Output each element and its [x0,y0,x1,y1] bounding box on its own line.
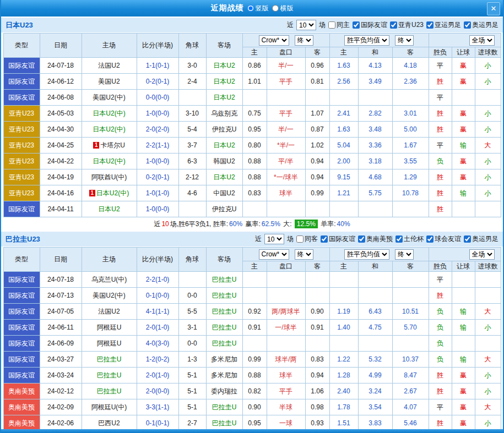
same-venue-checkbox-input[interactable] [296,235,304,243]
avg-win-cell [329,288,358,304]
league-type-cell: 亚青U23 [3,154,40,169]
games-label: 场 [319,20,326,30]
close-icon[interactable]: ✕ [487,2,500,15]
league-checkbox[interactable]: 球会友谊 [426,234,461,244]
match-row: 亚青U2324-04-19阿联酋U(中)0-2(0-1)2-12日本U20.88… [3,169,501,185]
match-count-select[interactable]: 10 [264,234,284,244]
handicap-cell [267,336,305,352]
score-cell: 2-2(1-0) [137,272,178,288]
handicap-odds-group: Crow*终 [242,34,329,47]
score-cell: 0-2(0-1) [137,74,178,90]
score-cell: 2-0(1-0) [137,320,178,336]
goals-result-cell: 小 [475,74,501,90]
scope-select[interactable]: 全场 [469,249,495,260]
away-odds-cell [305,288,329,304]
score-cell: 2-2(1-1) [137,138,178,154]
odds-source-select[interactable]: Crow* [259,249,289,260]
league-checkbox[interactable]: 土伦杯 [395,234,424,244]
goals-result-cell [475,336,501,352]
home-team-cell: 美国U2 [82,74,137,90]
away-odds-cell: 0.91 [305,320,329,336]
away-team-cell: 多米尼加 [206,352,242,368]
same-venue-checkbox-input[interactable] [328,21,335,29]
odds-final-select[interactable]: 终 [295,249,313,260]
match-row: 亚青U2324-04-22日本U2(中)1-0(0-0)6-3韩国U20.88平… [3,154,501,169]
section-header: 日本U23近10场同主国际友谊亚青U23亚运男足奥运男足 [1,18,503,32]
goals-result-cell: 小 [475,58,501,74]
avg-lose-cell: 1.67 [392,138,429,154]
league-checkbox-input[interactable] [390,21,397,29]
league-checkbox-input[interactable] [321,235,328,243]
handicap-result-cell: 赢 [452,154,475,169]
handicap-result-cell [452,336,475,352]
league-checkbox-input[interactable] [464,235,471,243]
corner-cell: 3-7 [178,138,206,154]
avg-win-cell: 1.19 [329,304,358,320]
league-type-cell: 国际友谊 [3,90,40,106]
same-venue-checkbox[interactable]: 同主 [328,20,350,30]
avg-final-select[interactable]: 终 [395,249,414,260]
avg-final-select[interactable]: 终 [395,35,414,46]
away-team-cell: 多米尼加 [206,368,242,383]
away-team-cell: 巴拉圭U [206,336,242,352]
avg-win-cell: 5.04 [329,138,358,154]
handicap-cell: 两/两球半 [267,304,305,320]
sub-col-header: 客 [392,261,429,272]
wdl-result-cell: 平 [429,138,452,154]
league-checkbox[interactable]: 国际友谊 [353,20,387,30]
league-checkbox[interactable]: 奥南美预 [358,234,393,244]
scope-select[interactable]: 全场 [469,35,495,46]
wdl-result-cell: 胜 [429,288,452,304]
league-checkbox-input[interactable] [353,21,360,29]
radio-horizontal-input[interactable] [272,5,279,12]
league-checkbox-input[interactable] [426,235,433,243]
match-row: 国际友谊24-03-27巴拉圭U1-2(0-2)1-3多米尼加0.99球半/两0… [3,352,501,368]
avg-odds-select[interactable]: 胜平负均值 [344,35,389,46]
filter-controls: 近10场同客国际友谊奥南美预土伦杯球会友谊奥运男足 [255,234,498,244]
score-cell: 2-0(0-0) [137,383,178,399]
league-checkbox-input[interactable] [395,235,403,243]
goals-result-cell: 小 [475,106,501,122]
league-checkbox-input[interactable] [358,235,365,243]
odds-final-select[interactable]: 终 [295,35,313,46]
avg-lose-cell [392,288,429,304]
odds-source-select[interactable]: Crow* [259,35,289,46]
layout-radio-horizontal[interactable]: 横版 [272,4,294,13]
same-venue-checkbox[interactable]: 同客 [296,234,318,244]
sub-col-header: 主 [329,261,358,272]
radio-vertical-input[interactable] [247,5,254,12]
handicap-result-cell: 赢 [452,74,475,90]
sub-col-header: 和 [358,261,392,272]
layout-radio-vertical[interactable]: 竖版 [247,4,269,13]
score-cell: 0-0(0-0) [137,90,178,106]
date-cell: 24-04-19 [40,169,82,185]
col-header-date: 日期 [40,248,82,272]
league-checkbox-input[interactable] [464,21,471,29]
score-cell: 2-0(1-0) [137,368,178,383]
team-section: 日本U23近10场同主国际友谊亚青U23亚运男足奥运男足类型日期主场比分(半场)… [1,18,503,231]
handicap-cell [267,272,305,288]
wdl-result-cell: 平 [429,90,452,106]
date-cell: 24-04-11 [40,201,82,217]
wdl-result-cell: 平 [429,272,452,288]
corner-cell: 0-0 [178,336,206,352]
avg-odds-select[interactable]: 胜平负均值 [344,249,389,260]
wdl-result-cell: 胜 [429,383,452,399]
avg-lose-cell: 4.18 [392,58,429,74]
home-odds-cell: 0.92 [242,304,267,320]
corner-cell: 5-1 [178,368,206,383]
goals-result-cell: 小 [475,122,501,138]
away-team-cell: 日本U2 [206,169,242,185]
league-checkbox[interactable]: 奥运男足 [464,234,498,244]
team-section: 巴拉圭U23近10场同客国际友谊奥南美预土伦杯球会友谊奥运男足类型日期主场比分(… [1,232,503,433]
league-checkbox[interactable]: 亚运男足 [426,20,461,30]
league-checkbox[interactable]: 奥运男足 [464,20,498,30]
league-checkbox[interactable]: 国际友谊 [321,234,355,244]
league-checkbox-input[interactable] [426,21,433,29]
home-odds-cell: 0.99 [242,352,267,368]
match-count-select[interactable]: 10 [296,20,316,30]
handicap-result-cell: 赢 [452,383,475,399]
goals-result-cell: 大 [475,399,501,415]
date-cell: 24-06-09 [40,336,82,352]
league-checkbox[interactable]: 亚青U23 [390,20,424,30]
